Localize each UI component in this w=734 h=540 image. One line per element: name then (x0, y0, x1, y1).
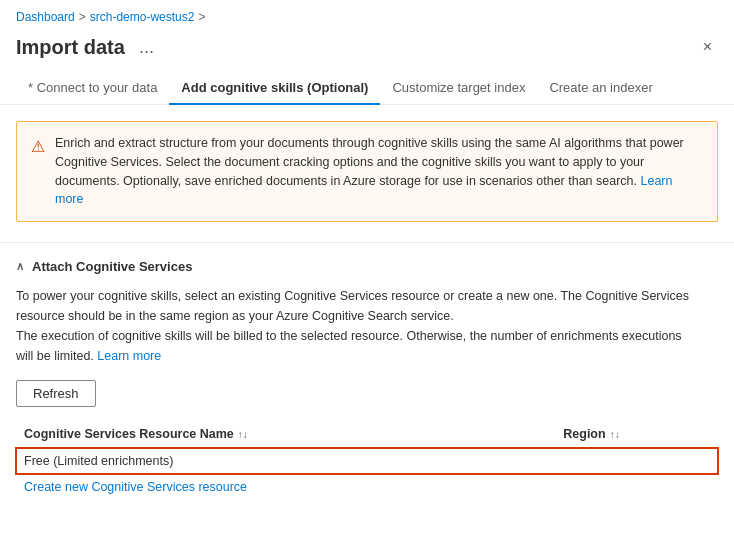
header-left: Import data ... (16, 35, 160, 60)
warning-banner: ⚠ Enrich and extract structure from your… (16, 121, 718, 222)
cognitive-services-table: Cognitive Services Resource Name ↑↓ Regi… (16, 421, 718, 474)
warning-text: Enrich and extract structure from your d… (55, 134, 703, 209)
page-header: Import data ... × (0, 30, 734, 72)
table-row[interactable]: Free (Limited enrichments) (16, 448, 718, 475)
tab-indexer[interactable]: Create an indexer (537, 72, 664, 105)
cell-region (555, 448, 718, 475)
table-header-row: Cognitive Services Resource Name ↑↓ Regi… (16, 421, 718, 448)
refresh-button[interactable]: Refresh (16, 380, 96, 407)
cell-resource-name: Free (Limited enrichments) (16, 448, 555, 475)
section-description: To power your cognitive skills, select a… (16, 286, 696, 366)
page-title: Import data (16, 36, 125, 59)
section-title: Attach Cognitive Services (32, 259, 192, 274)
col-header-region: Region ↑↓ (555, 421, 718, 448)
chevron-icon[interactable]: ∧ (16, 260, 24, 273)
tab-cognitive[interactable]: Add cognitive skills (Optional) (169, 72, 380, 105)
col-header-name: Cognitive Services Resource Name ↑↓ (16, 421, 555, 448)
breadcrumb-resource[interactable]: srch-demo-westus2 (90, 10, 195, 24)
breadcrumb-sep-2: > (198, 10, 205, 24)
section-header: ∧ Attach Cognitive Services (16, 259, 718, 274)
create-cognitive-service-link[interactable]: Create new Cognitive Services resource (16, 480, 247, 494)
tab-index[interactable]: Customize target index (380, 72, 537, 105)
breadcrumb-sep-1: > (79, 10, 86, 24)
warning-icon: ⚠ (31, 135, 45, 209)
sort-icon-name[interactable]: ↑↓ (238, 429, 248, 440)
sort-icon-region[interactable]: ↑↓ (610, 429, 620, 440)
breadcrumb: Dashboard > srch-demo-westus2 > (0, 0, 734, 30)
tab-connect[interactable]: * Connect to your data (16, 72, 169, 105)
tabs-container: * Connect to your data Add cognitive ski… (0, 72, 734, 105)
breadcrumb-dashboard[interactable]: Dashboard (16, 10, 75, 24)
close-button[interactable]: × (697, 34, 718, 60)
content-area: ⚠ Enrich and extract structure from your… (0, 105, 734, 510)
section-learn-more-link[interactable]: Learn more (97, 349, 161, 363)
ellipsis-button[interactable]: ... (133, 35, 160, 60)
section-divider (0, 242, 734, 243)
